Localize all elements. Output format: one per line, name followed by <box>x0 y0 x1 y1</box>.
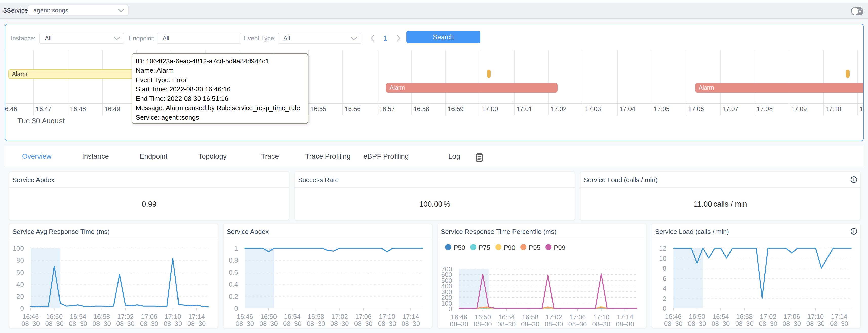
x-axis-label: 16:46 <box>665 313 681 320</box>
y-axis-label: 80 <box>17 256 24 264</box>
tab-trace-profiling[interactable]: Trace Profiling <box>305 146 350 167</box>
timeline-axis-label: 16:46 <box>5 105 17 113</box>
x-axis-sublabel: 08–30 <box>187 320 206 327</box>
timeline-axis-label: 16:47 <box>36 105 52 113</box>
x-axis-label: 16:50 <box>46 313 63 320</box>
timeline-axis-label: 16:55 <box>310 105 327 113</box>
event-panel: Instance: All Endpoint: All Event Type: … <box>5 24 864 141</box>
legend-label[interactable]: P75 <box>478 244 490 251</box>
tab-overview[interactable]: Overview <box>22 146 52 167</box>
event-type-select-value: All <box>283 35 290 42</box>
timeline-axis-label: 17:00 <box>482 105 498 113</box>
timeline-axis-label: 17:08 <box>757 105 773 113</box>
y-axis-label: 0.4 <box>229 281 238 288</box>
x-axis-sublabel: 08–30 <box>93 320 111 327</box>
legend-label[interactable]: P50 <box>454 244 465 251</box>
y-axis-label: 0.8 <box>229 256 238 264</box>
legend-dot[interactable] <box>546 244 552 250</box>
card-value: 100.00% <box>295 188 575 220</box>
event-tooltip: ID: 1064f23a-6eac-4812-a7cd-5d9a84d944c1… <box>132 53 308 124</box>
tab-endpoint[interactable]: Endpoint <box>140 146 167 167</box>
x-axis-sublabel: 08–30 <box>473 320 492 328</box>
event-point-warning[interactable] <box>487 70 491 78</box>
tab-trace[interactable]: Trace <box>261 146 279 167</box>
timeline-gridline <box>789 50 789 115</box>
metric-value: 11.00 <box>693 200 712 208</box>
y-axis-label: 12 <box>659 245 666 252</box>
tooltip-line: Event Type: Error <box>136 75 308 85</box>
top-strip <box>0 0 868 3</box>
service-select[interactable]: agent::songs <box>28 5 129 16</box>
legend-label[interactable]: P99 <box>554 244 565 251</box>
x-axis-label: 17:06 <box>783 313 800 320</box>
line-chart[interactable]: 02040608010016:4608–3016:5008–3016:5408–… <box>9 240 218 328</box>
x-axis-label: 17:02 <box>332 313 348 320</box>
legend-dot[interactable] <box>520 244 526 250</box>
instance-select[interactable]: All <box>39 33 124 44</box>
x-axis-label: 17:14 <box>831 313 847 320</box>
y-axis-label: 100 <box>13 245 24 252</box>
info-icon[interactable] <box>850 228 857 235</box>
card-header: Service Apdex <box>9 172 289 188</box>
search-button[interactable]: Search <box>406 31 480 43</box>
line-chart[interactable]: 00.20.40.60.8116:4608–3016:5008–3016:540… <box>224 240 432 328</box>
legend-dot[interactable] <box>470 244 476 250</box>
timeline-gridline <box>514 50 515 115</box>
timeline-axis-label: 17:03 <box>585 105 601 113</box>
timeline-gridline <box>308 50 309 115</box>
legend-dot[interactable] <box>445 244 451 250</box>
page: $Service agent::songs V Instance: All En… <box>0 0 868 333</box>
tab-topology[interactable]: Topology <box>198 146 227 167</box>
event-bar-error[interactable]: Alarm <box>386 83 558 92</box>
summary-card: Success Rate100.00% <box>295 172 575 220</box>
card-header: Service Response Time Percentile (ms) <box>438 224 646 240</box>
event-bar-error[interactable]: Alarm <box>695 83 863 92</box>
timeline-axis-label: 17:02 <box>551 105 567 113</box>
next-page-icon[interactable] <box>397 35 401 42</box>
event-point-warning[interactable] <box>846 70 849 78</box>
tab-ebpf-profiling[interactable]: eBPF Profiling <box>364 146 409 167</box>
tab-log[interactable]: Log <box>448 146 460 167</box>
app-header: $Service agent::songs V <box>0 3 868 19</box>
timeline-axis-label: 16:48 <box>70 105 86 113</box>
version-toggle[interactable]: V <box>851 7 863 16</box>
alarm-window-shade <box>459 269 489 309</box>
x-axis-sublabel: 08–30 <box>22 320 40 327</box>
x-axis-sublabel: 08–30 <box>331 320 349 327</box>
tab-instance[interactable]: Instance <box>82 146 109 167</box>
timeline-gridline <box>754 50 755 115</box>
timeline-axis-label: 16:57 <box>379 105 395 113</box>
y-axis-label: 0 <box>20 305 24 312</box>
y-axis-label: 2 <box>663 295 666 302</box>
card-title: Service Load (calls / min) <box>655 228 729 236</box>
card-header: Service Apdex <box>224 224 432 240</box>
legend-label[interactable]: P95 <box>529 244 540 251</box>
x-axis-sublabel: 08–30 <box>259 320 278 327</box>
timeline-axis-label: 17:11 <box>860 105 863 113</box>
metric-value: 100.00 <box>419 200 442 208</box>
timeline-axis-label: 17:01 <box>516 105 532 113</box>
line-chart[interactable]: 010020030040050060070016:4608–3016:5008–… <box>438 240 646 328</box>
clipboard-icon[interactable] <box>476 152 483 162</box>
chevron-down-icon <box>114 36 120 40</box>
x-axis-label: 16:50 <box>260 313 277 320</box>
info-icon[interactable] <box>850 176 857 183</box>
timeline-gridline <box>445 50 446 115</box>
endpoint-input[interactable]: All <box>157 33 241 44</box>
x-axis-label: 17:10 <box>807 313 824 320</box>
line-chart[interactable]: 02468101216:4608–3016:5008–3016:5408–301… <box>652 240 860 328</box>
x-axis-label: 16:50 <box>474 313 491 321</box>
prev-page-icon[interactable] <box>370 35 374 42</box>
timeline-gridline <box>823 50 824 115</box>
legend-label[interactable]: P90 <box>504 244 515 251</box>
card-value: 0.99 <box>9 188 289 220</box>
x-axis-label: 16:54 <box>713 313 729 320</box>
x-axis-label: 16:54 <box>498 313 515 321</box>
toggle-knob <box>851 8 858 15</box>
x-axis-label: 16:54 <box>70 313 86 320</box>
timeline-gridline <box>583 50 583 115</box>
chart-card: Service Load (calls / min)02468101216:46… <box>652 224 860 328</box>
legend-dot[interactable] <box>495 244 501 250</box>
card-title: Service Avg Response Time (ms) <box>12 228 110 236</box>
event-type-select[interactable]: All <box>278 33 361 44</box>
